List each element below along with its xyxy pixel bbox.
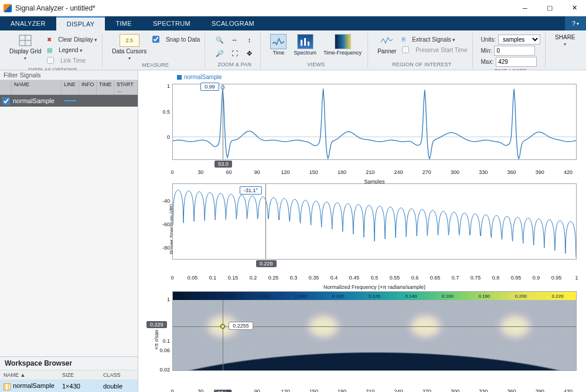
svg-rect-5 (308, 42, 309, 46)
minimize-button[interactable]: ─ (517, 2, 533, 14)
zoom-x-icon[interactable]: ↔ (228, 34, 241, 46)
share-button[interactable]: SHARE▾ (554, 34, 576, 47)
extract-signals-button[interactable]: ⎘ Extract Signals (402, 34, 467, 45)
workspace-row[interactable]: normalSample 1×430 double (0, 380, 138, 392)
app-icon (4, 4, 12, 12)
view-spectrum-button[interactable]: Spectrum (292, 34, 318, 56)
tab-time[interactable]: TIME (105, 16, 142, 30)
colorbar: 0.0200.0400.0600.0800.1000.1200.1400.160… (173, 292, 576, 300)
clear-display-button[interactable]: ✖ Clear Display (47, 34, 97, 45)
signal-table: NAME LINE INFO TIME START … normalSample (0, 80, 138, 107)
group-zoom-pan: 🔍 ↔ ↕ 🔎 ⛶ ✥ ZOOM & PAN (209, 33, 261, 69)
tab-display[interactable]: DISPLAY (56, 16, 105, 30)
group-views: Time Spectrum Time-Frequency VIEWS (264, 33, 368, 69)
close-button[interactable]: ✕ (566, 2, 582, 14)
legend: normalSample (142, 74, 580, 80)
spec-cursor-x: 0.229 (256, 260, 277, 267)
svg-rect-4 (304, 38, 306, 46)
signal-checkbox[interactable] (2, 97, 10, 105)
time-cursor-x: 53.0 (214, 161, 232, 168)
signal-row[interactable]: normalSample (0, 95, 138, 107)
view-timefreq-button[interactable]: Time-Frequency (322, 34, 363, 56)
scalo-cursor-val: 0.2255 (229, 322, 253, 330)
filter-signals-label[interactable]: Filter Signals (0, 70, 138, 80)
spectrum-chart[interactable]: 0.229 -31.1° (172, 183, 577, 260)
zoom-in-icon[interactable]: 🔍 (213, 35, 226, 46)
snap-to-data-toggle[interactable]: Snap to Data (152, 34, 200, 45)
pan-icon[interactable]: ✥ (243, 47, 255, 59)
units-select[interactable]: samples (498, 35, 540, 45)
view-time-button[interactable]: Time (269, 34, 288, 56)
group-time-limits: Units:samples Min: Max: TIME LIMITS (476, 33, 546, 69)
group-display-options: Display Grid▾ ✖ Clear Display ▤ Legend L… (4, 33, 103, 69)
tab-spectrum[interactable]: SPECTRUM (142, 16, 201, 30)
fit-icon[interactable]: ⛶ (228, 47, 241, 59)
spec-cursor-y: -31.1° (240, 186, 262, 195)
legend-button[interactable]: ▤ Legend (47, 45, 97, 55)
data-cursors-button[interactable]: 2.5 Data Cursors▾ (111, 34, 148, 61)
titlebar: Signal Analyzer - untitled* ─ ▢ ✕ (0, 0, 586, 16)
maximize-button[interactable]: ▢ (541, 2, 558, 14)
time-chart[interactable]: 53.0 0.99 (172, 84, 577, 160)
min-input[interactable] (494, 46, 535, 56)
panner-button[interactable]: Panner (376, 34, 397, 54)
left-panel: Filter Signals NAME LINE INFO TIME START… (0, 70, 138, 392)
time-cursor-y: 0.99 (200, 83, 219, 91)
preserve-start-toggle[interactable]: Preserve Start Time (402, 45, 467, 55)
max-input[interactable] (496, 57, 537, 67)
window-title: Signal Analyzer - untitled* (15, 4, 96, 12)
link-time-toggle[interactable]: Link Time (47, 55, 97, 66)
workspace-browser: Workspace Browser NAME ▲ SIZE CLASS norm… (0, 356, 138, 392)
zoom-y-icon[interactable]: ↕ (243, 34, 255, 46)
tab-scalogram[interactable]: SCALOGRAM (201, 16, 265, 30)
scalogram-chart[interactable]: 0.0200.0400.0600.0800.1000.1200.1400.160… (172, 291, 577, 371)
svg-rect-3 (301, 40, 302, 46)
plot-area: normalSample 53.0 0.99 00.51 03060901201… (138, 70, 586, 392)
zoom-out-icon[interactable]: 🔎 (213, 47, 226, 59)
ribbon: Display Grid▾ ✖ Clear Display ▤ Legend L… (0, 30, 586, 70)
group-share: SHARE▾ (549, 33, 581, 69)
group-roi: Panner ⎘ Extract Signals Preserve Start … (372, 33, 472, 69)
display-grid-button[interactable]: Display Grid▾ (8, 34, 42, 61)
group-measure: 2.5 Data Cursors▾ Snap to Data MEASURE (106, 33, 205, 69)
tab-analyzer[interactable]: ANALYZER (0, 16, 56, 30)
help-button[interactable]: ?▾ (565, 16, 586, 30)
variable-icon (4, 383, 11, 390)
tab-strip: ANALYZER DISPLAY TIME SPECTRUM SCALOGRAM… (0, 16, 586, 30)
